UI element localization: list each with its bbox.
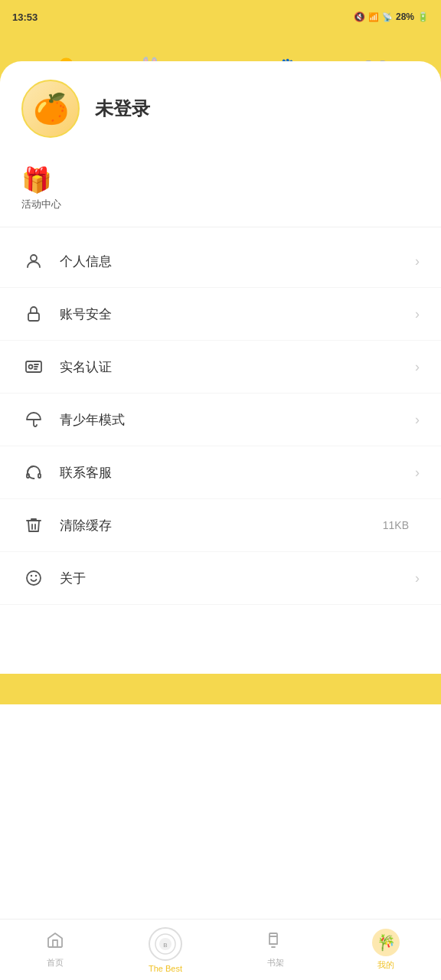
- about-label: 关于: [60, 570, 415, 587]
- signal-icon: 📡: [382, 12, 393, 22]
- bookshelf-icon: [266, 931, 285, 954]
- svg-point-3: [29, 365, 33, 369]
- personal-info-label: 个人信息: [60, 253, 415, 270]
- svg-rect-6: [38, 474, 41, 478]
- nav-item-bookshelf[interactable]: 书架: [220, 931, 331, 969]
- cache-size: 11KB: [383, 519, 409, 531]
- avatar[interactable]: 🍊: [21, 80, 80, 138]
- activity-center[interactable]: 🎁 活动中心: [0, 150, 441, 219]
- chevron-icon-5: ›: [415, 465, 420, 481]
- status-bar: 13:53 🔇 📶 📡 28% 🔋: [0, 0, 441, 34]
- wifi-icon: 📶: [368, 12, 379, 22]
- trash-icon: [21, 513, 46, 537]
- menu-list: 个人信息 › 账号安全 › 实名认证 ›: [0, 235, 441, 605]
- contact-service-label: 联系客服: [60, 464, 415, 482]
- status-right: 🔇 📶 📡 28% 🔋: [354, 11, 429, 22]
- chevron-icon-4: ›: [415, 412, 420, 428]
- battery-icon: 🔋: [417, 11, 429, 22]
- username: 未登录: [95, 96, 150, 121]
- svg-rect-13: [270, 933, 277, 944]
- nav-best-label: The Best: [149, 964, 182, 973]
- profile-section[interactable]: 🍊 未登录: [0, 61, 441, 150]
- activity-label: 活动中心: [21, 198, 61, 211]
- user-icon: [21, 249, 46, 273]
- real-name-label: 实名认证: [60, 358, 415, 376]
- chevron-icon-1: ›: [415, 253, 420, 270]
- bottom-nav: 首页 B The Best 书架 🎋 我的: [0, 919, 441, 980]
- headphone-icon: [21, 460, 46, 485]
- best-icon: B: [149, 927, 182, 961]
- account-security-label: 账号安全: [60, 305, 415, 323]
- nav-item-mine[interactable]: 🎋 我的: [331, 929, 441, 971]
- mute-icon: 🔇: [354, 11, 365, 22]
- home-icon: [46, 931, 64, 954]
- svg-rect-1: [28, 313, 39, 321]
- menu-item-account-security[interactable]: 账号安全 ›: [0, 288, 441, 341]
- svg-point-0: [31, 255, 37, 261]
- battery-text: 28%: [396, 11, 414, 22]
- id-card-icon: [21, 354, 46, 379]
- menu-item-about[interactable]: 关于 ›: [0, 552, 441, 605]
- divider-1: [0, 227, 441, 227]
- menu-item-contact-service[interactable]: 联系客服 ›: [0, 446, 441, 499]
- activity-icon: 🎁: [21, 165, 52, 194]
- menu-item-real-name[interactable]: 实名认证 ›: [0, 341, 441, 394]
- clear-cache-label: 清除缓存: [60, 517, 383, 534]
- smiley-icon: [21, 566, 46, 590]
- chevron-icon-3: ›: [415, 359, 420, 375]
- nav-bookshelf-label: 书架: [267, 957, 284, 969]
- menu-item-personal-info[interactable]: 个人信息 ›: [0, 235, 441, 288]
- header-area: 🐣 🐰 🐾 🐭 🍊 未登录 🎁 活动中心 个人信息: [0, 34, 441, 704]
- mine-avatar: 🎋: [372, 929, 400, 956]
- nav-item-home[interactable]: 首页: [0, 931, 110, 969]
- menu-item-clear-cache[interactable]: 清除缓存 11KB ›: [0, 499, 441, 552]
- svg-point-7: [27, 571, 41, 585]
- menu-item-youth-mode[interactable]: 青少年模式 ›: [0, 394, 441, 446]
- chevron-icon-2: ›: [415, 306, 420, 322]
- chevron-icon-7: ›: [415, 570, 420, 586]
- status-time: 13:53: [12, 11, 38, 23]
- main-content: 🍊 未登录 🎁 活动中心 个人信息 ›: [0, 61, 441, 674]
- nav-home-label: 首页: [47, 957, 64, 969]
- avatar-emoji: 🍊: [33, 94, 69, 123]
- umbrella-icon: [21, 407, 46, 432]
- lock-icon: [21, 302, 46, 326]
- nav-item-the-best[interactable]: B The Best: [110, 927, 220, 973]
- youth-mode-label: 青少年模式: [60, 411, 415, 429]
- svg-text:B: B: [163, 942, 167, 949]
- nav-mine-label: 我的: [377, 959, 394, 971]
